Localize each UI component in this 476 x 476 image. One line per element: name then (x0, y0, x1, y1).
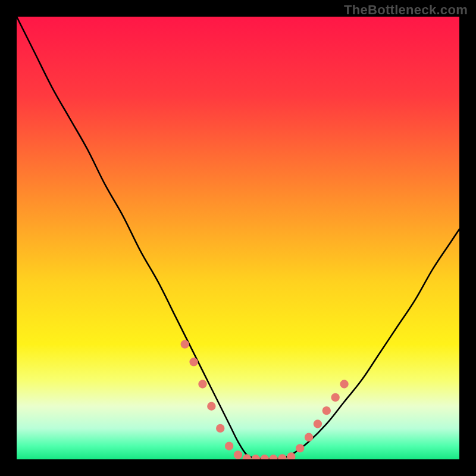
svg-point-4 (207, 402, 215, 411)
svg-point-1 (181, 340, 189, 348)
svg-point-18 (331, 393, 339, 402)
plot-area (17, 17, 459, 459)
svg-point-17 (322, 406, 331, 415)
svg-point-19 (340, 380, 348, 388)
svg-point-6 (225, 441, 233, 450)
chart-container: TheBottleneck.com (0, 0, 476, 476)
svg-point-2 (189, 358, 198, 366)
svg-point-14 (296, 444, 304, 452)
svg-point-16 (314, 419, 322, 428)
watermark-text: TheBottleneck.com (344, 2, 468, 18)
svg-point-7 (234, 450, 242, 459)
chart-svg (17, 17, 459, 459)
svg-point-15 (305, 433, 313, 441)
svg-point-5 (216, 424, 224, 433)
svg-rect-0 (17, 17, 459, 459)
svg-point-3 (198, 380, 206, 388)
